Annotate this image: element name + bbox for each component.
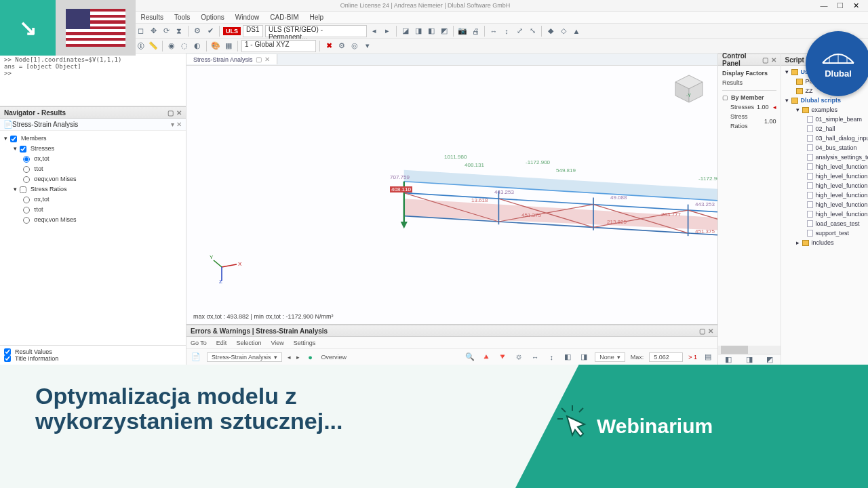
- measure-icon[interactable]: 📏: [148, 41, 159, 52]
- uls-badge[interactable]: ULS: [223, 27, 241, 35]
- tree-stresses[interactable]: Stresses: [31, 144, 54, 154]
- dim-icon[interactable]: ↔: [488, 26, 499, 37]
- ew-i1[interactable]: 🔍: [465, 352, 475, 363]
- dim3-icon[interactable]: ⤢: [514, 26, 525, 37]
- wireframe-icon[interactable]: ◌: [179, 41, 190, 52]
- tree-r1[interactable]: σx,tot: [34, 195, 50, 205]
- navigator-subtab[interactable]: 📄 Stress-Strain Analysis ▾ ✕: [0, 119, 186, 131]
- cp-scroll[interactable]: [718, 346, 781, 354]
- next-icon[interactable]: ▸: [382, 26, 393, 37]
- language-badge[interactable]: ↘: [0, 0, 136, 56]
- ew-none-select[interactable]: None ▾: [595, 352, 625, 362]
- move-icon[interactable]: ✥: [148, 26, 159, 37]
- info-icon[interactable]: 🛈: [135, 41, 146, 52]
- ew-pin-icon[interactable]: ▢: [699, 327, 705, 335]
- ew-i7[interactable]: ◧: [562, 352, 573, 363]
- ew-i6[interactable]: ↕: [546, 352, 557, 363]
- delete-icon[interactable]: ✖: [323, 41, 334, 52]
- opt-title-info[interactable]: Title Information: [15, 355, 58, 362]
- tree-s1[interactable]: σx,tot: [34, 154, 50, 164]
- ew-close-icon[interactable]: ✕: [708, 327, 713, 335]
- menu-help[interactable]: Help: [310, 14, 324, 21]
- ew-selection[interactable]: Selection: [236, 340, 261, 346]
- tree-stress-ratios[interactable]: Stress Ratios: [31, 184, 67, 195]
- ew-i3[interactable]: 🔻: [497, 352, 508, 363]
- menu-window[interactable]: Window: [235, 14, 260, 21]
- tree-r2[interactable]: τtot: [34, 205, 43, 215]
- camera-icon[interactable]: 📷: [457, 26, 468, 37]
- 3d-icon[interactable]: ◨: [413, 26, 424, 37]
- console-line-3: >>: [4, 70, 182, 77]
- menu-results[interactable]: Results: [141, 14, 163, 21]
- target-icon[interactable]: ◎: [349, 41, 360, 52]
- menu-cad-bim[interactable]: CAD-BIM: [270, 14, 298, 21]
- axo-icon[interactable]: ◧: [426, 26, 437, 37]
- ds-select[interactable]: DS1: [243, 25, 263, 37]
- prev-icon[interactable]: ◂: [369, 26, 380, 37]
- rotate-icon[interactable]: ⟳: [161, 26, 172, 37]
- cp-by-member[interactable]: By Member: [731, 93, 764, 102]
- tree-s3[interactable]: σeqv,von Mises: [34, 174, 76, 184]
- display-icon[interactable]: ▦: [223, 41, 234, 52]
- doc-tab-stress-strain[interactable]: Stress-Strain Analysis ▢ ✕: [186, 54, 277, 64]
- print-icon[interactable]: 🖨: [470, 26, 481, 37]
- misc3-icon[interactable]: ▲: [571, 26, 582, 37]
- minimize-button[interactable]: —: [816, 1, 831, 11]
- load-combo-select[interactable]: ULS (STR/GEO) - Permanent...: [265, 25, 367, 37]
- tree-s2[interactable]: τtot: [34, 164, 43, 174]
- ew-i4[interactable]: ⛭: [513, 352, 524, 363]
- ew-i2[interactable]: 🔺: [481, 352, 492, 363]
- misc1-icon[interactable]: ◆: [545, 26, 556, 37]
- ew-i8[interactable]: ◨: [578, 352, 589, 363]
- select-icon[interactable]: ◻: [135, 26, 146, 37]
- navigator-tree[interactable]: ▾Members ▾Stresses σx,tot τtot σeqv,von …: [0, 131, 186, 228]
- tree-members[interactable]: Members: [21, 134, 47, 144]
- cp-close-icon[interactable]: ✕: [771, 56, 776, 64]
- nav-pin-icon[interactable]: ▢: [167, 109, 174, 117]
- navigator-title: Navigator - Results: [4, 109, 66, 117]
- menu-tools[interactable]: Tools: [174, 14, 190, 21]
- ew-flag-icon[interactable]: ▤: [703, 352, 713, 363]
- opt-result-values[interactable]: Result Values: [15, 348, 52, 355]
- mirror-icon[interactable]: ⧗: [174, 26, 184, 37]
- expand-icon[interactable]: ▾: [362, 41, 373, 52]
- ew-view[interactable]: View: [271, 340, 283, 346]
- ew-goto[interactable]: Go To: [191, 340, 207, 346]
- model-viewport[interactable]: -Y: [186, 66, 717, 324]
- gear-icon[interactable]: ⚙: [336, 41, 347, 52]
- persp-icon[interactable]: ◩: [439, 26, 450, 37]
- cp-stresses-val[interactable]: 1.00: [757, 102, 769, 112]
- misc2-icon[interactable]: ◇: [558, 26, 569, 37]
- tab-close-icon[interactable]: ✕: [264, 56, 270, 63]
- tab-pin-icon[interactable]: ▢: [256, 56, 262, 63]
- ew-prev[interactable]: ◂: [288, 354, 291, 361]
- color-icon[interactable]: 🎨: [210, 41, 221, 52]
- ew-max-value[interactable]: 5.062: [649, 352, 683, 362]
- cp-tab2-icon[interactable]: ◨: [744, 354, 755, 365]
- nav-close-icon[interactable]: ✕: [176, 109, 182, 117]
- ew-edit[interactable]: Edit: [216, 340, 227, 346]
- view-select[interactable]: 1 - Global XYZ: [241, 40, 316, 52]
- ew-tab-select[interactable]: Stress-Strain Analysis ▾: [207, 352, 282, 362]
- dim4-icon[interactable]: ⤡: [527, 26, 538, 37]
- tree-r3[interactable]: σeqv,von Mises: [34, 215, 76, 225]
- check-icon[interactable]: ✔: [205, 26, 216, 37]
- cp-tab1-icon[interactable]: ◧: [723, 354, 734, 365]
- maximize-button[interactable]: ☐: [833, 1, 848, 11]
- cp-tab3-icon[interactable]: ◩: [764, 354, 775, 365]
- dim2-icon[interactable]: ↕: [501, 26, 512, 37]
- ew-overview[interactable]: Overview: [321, 354, 347, 361]
- close-button[interactable]: ✕: [849, 1, 864, 11]
- shade-icon[interactable]: ◐: [192, 41, 203, 52]
- ew-next[interactable]: ▸: [296, 354, 300, 361]
- script-console[interactable]: >> Node[1].coordinates=$V(1,1,1) ans = […: [0, 54, 186, 106]
- ew-settings[interactable]: Settings: [294, 340, 316, 346]
- menu-options[interactable]: Options: [201, 14, 224, 21]
- view-cube[interactable]: -Y: [673, 73, 705, 105]
- cp-stress-ratios-val[interactable]: 1.00: [764, 117, 776, 126]
- isoview-icon[interactable]: ◪: [400, 26, 411, 37]
- calc-icon[interactable]: ⚙: [192, 26, 203, 37]
- cp-pin-icon[interactable]: ▢: [762, 56, 768, 64]
- ew-i5[interactable]: ↔: [530, 352, 540, 363]
- render-icon[interactable]: ◉: [166, 41, 177, 52]
